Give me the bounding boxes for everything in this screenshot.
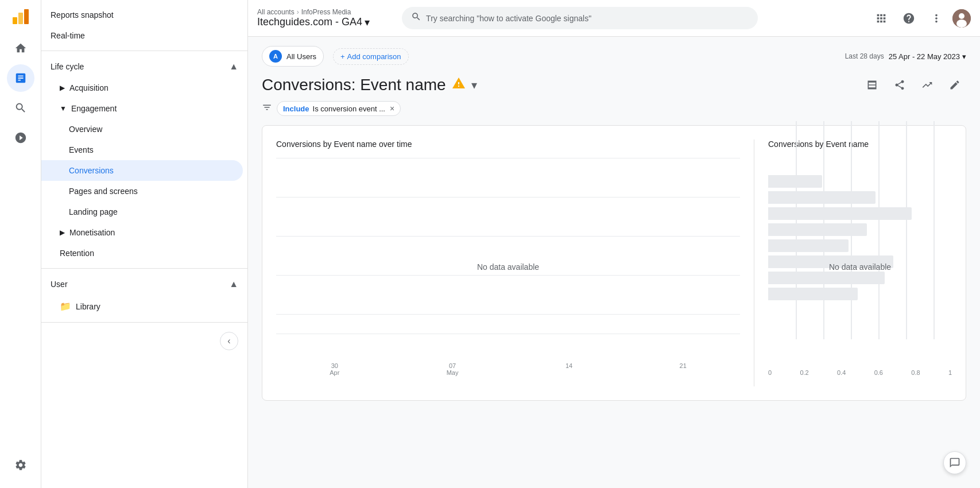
svg-rect-1 bbox=[18, 13, 23, 24]
advertising-icon[interactable] bbox=[7, 124, 34, 152]
segment-all-users[interactable]: A All Users bbox=[262, 46, 324, 67]
svg-rect-0 bbox=[13, 17, 17, 24]
reports-snapshot-label: Reports snapshot bbox=[51, 10, 114, 20]
breadcrumb-all-accounts[interactable]: All accounts bbox=[257, 8, 295, 16]
svg-point-4 bbox=[959, 13, 964, 19]
user-section-header[interactable]: User ▲ bbox=[41, 273, 247, 295]
sidebar-sub-item-events[interactable]: Events bbox=[41, 140, 247, 160]
filter-icon bbox=[262, 102, 272, 115]
conversions-label: Conversions bbox=[69, 166, 114, 175]
filter-include-text: Include bbox=[283, 104, 309, 113]
sidebar-item-reports-snapshot[interactable]: Reports snapshot bbox=[41, 5, 247, 25]
chart-right-no-data-text: No data available bbox=[829, 262, 891, 272]
trend-icon[interactable] bbox=[916, 73, 939, 96]
grid-line-2 bbox=[276, 197, 740, 197]
acquisition-label: Acquisition bbox=[69, 83, 109, 92]
report-title: Conversions: Event name ▾ bbox=[262, 76, 477, 94]
icon-rail bbox=[0, 0, 41, 488]
top-header: All accounts › InfoPress Media Itechguid… bbox=[248, 0, 980, 37]
grid-line-4 bbox=[276, 275, 740, 276]
charts-container: Conversions by Event name over time No d… bbox=[262, 125, 966, 401]
segment-avatar: A bbox=[269, 50, 282, 63]
chart-x-axis: 30 Apr 07 May 14 21 bbox=[276, 358, 740, 376]
filter-pill[interactable]: Include Is conversion event ... × bbox=[277, 101, 401, 116]
property-dropdown-icon: ▾ bbox=[365, 16, 370, 29]
x-label-14: 14 bbox=[565, 362, 572, 376]
sidebar-sub-item-pages-and-screens[interactable]: Pages and screens bbox=[41, 181, 247, 202]
search-placeholder-text: Try searching "how to activate Google si… bbox=[426, 14, 591, 23]
lifecycle-section-header[interactable]: Life cycle ▲ bbox=[41, 56, 247, 78]
date-range: Last 28 days 25 Apr - 22 May 2023 ▾ bbox=[845, 52, 966, 61]
user-section-label: User bbox=[51, 280, 68, 289]
sidebar-sub-item-conversions[interactable]: Conversions bbox=[41, 160, 243, 181]
table-view-icon[interactable] bbox=[861, 73, 884, 96]
expand-icon-engagement: ▼ bbox=[60, 104, 67, 113]
landing-page-label: Landing page bbox=[69, 207, 118, 216]
sidebar-sub-item-overview[interactable]: Overview bbox=[41, 119, 247, 140]
bar-x-0: 0 bbox=[768, 369, 772, 376]
breadcrumb-publisher[interactable]: InfoPress Media bbox=[301, 8, 351, 16]
home-icon[interactable] bbox=[7, 34, 34, 62]
property-name[interactable]: Itechguides.com - GA4 ▾ bbox=[257, 16, 370, 29]
sidebar-collapse-button[interactable]: ‹ bbox=[220, 332, 238, 350]
breadcrumb: All accounts › InfoPress Media bbox=[257, 8, 370, 16]
grid-line-5 bbox=[276, 314, 740, 315]
report-title-text: Conversions: Event name bbox=[262, 76, 446, 94]
bar-chart-area bbox=[768, 158, 952, 342]
sidebar-item-retention[interactable]: Retention bbox=[41, 243, 247, 264]
reports-icon[interactable] bbox=[7, 64, 34, 92]
chart-right: Conversions by Event name bbox=[768, 140, 952, 386]
property-name-text: Itechguides.com - GA4 bbox=[257, 16, 362, 28]
sidebar-item-engagement[interactable]: ▼ Engagement bbox=[41, 98, 247, 119]
avatar[interactable] bbox=[952, 9, 971, 28]
main-area: All accounts › InfoPress Media Itechguid… bbox=[248, 0, 980, 488]
bar-x-0.2: 0.2 bbox=[800, 369, 808, 376]
grid-line-3 bbox=[276, 236, 740, 237]
filter-close-icon[interactable]: × bbox=[390, 104, 394, 113]
chart-left: Conversions by Event name over time No d… bbox=[276, 140, 754, 386]
toolbar-row: A All Users + Add comparison Last 28 day… bbox=[262, 46, 966, 67]
sidebar-sub-item-landing-page[interactable]: Landing page bbox=[41, 202, 247, 222]
x-label-30-apr: 30 Apr bbox=[330, 362, 339, 376]
chart-grid-lines bbox=[276, 158, 740, 353]
monetisation-label: Monetisation bbox=[69, 228, 115, 237]
x-label-07-may: 07 May bbox=[447, 362, 459, 376]
bar-8 bbox=[768, 288, 858, 300]
sidebar-divider-2 bbox=[41, 268, 247, 269]
segment-label: All Users bbox=[286, 52, 316, 61]
search-bar[interactable]: Try searching "how to activate Google si… bbox=[402, 7, 758, 29]
add-comparison-plus-icon: + bbox=[340, 52, 345, 61]
realtime-label: Real-time bbox=[51, 31, 85, 40]
sidebar-item-realtime[interactable]: Real-time bbox=[41, 25, 247, 46]
edit-icon[interactable] bbox=[943, 73, 966, 96]
title-actions bbox=[861, 73, 966, 96]
expand-icon-monetisation: ▶ bbox=[60, 228, 65, 237]
explore-icon[interactable] bbox=[7, 94, 34, 122]
sidebar-item-library[interactable]: 📁 Library bbox=[41, 295, 247, 317]
chart-left-title: Conversions by Event name over time bbox=[276, 140, 740, 149]
title-dropdown-icon[interactable]: ▾ bbox=[471, 78, 477, 92]
pages-and-screens-label: Pages and screens bbox=[69, 187, 138, 196]
report-title-area: Conversions: Event name ▾ bbox=[262, 73, 966, 116]
bar-1 bbox=[768, 175, 822, 188]
bar-x-0.6: 0.6 bbox=[874, 369, 883, 376]
more-vert-icon[interactable] bbox=[925, 7, 948, 30]
bar-4 bbox=[768, 223, 867, 236]
retention-label: Retention bbox=[60, 249, 94, 258]
add-comparison-button[interactable]: + Add comparison bbox=[333, 48, 409, 65]
feedback-button[interactable] bbox=[943, 451, 966, 474]
settings-icon[interactable] bbox=[7, 451, 34, 479]
date-range-picker[interactable]: 25 Apr - 22 May 2023 ▾ bbox=[889, 52, 966, 61]
date-range-label: Last 28 days bbox=[845, 52, 884, 60]
help-icon[interactable] bbox=[897, 7, 920, 30]
sidebar: Reports snapshot Real-time Life cycle ▲ … bbox=[41, 0, 248, 488]
sidebar-item-monetisation[interactable]: ▶ Monetisation bbox=[41, 222, 247, 243]
grid-icon[interactable] bbox=[870, 7, 893, 30]
library-label: Library bbox=[76, 302, 100, 311]
sidebar-item-acquisition[interactable]: ▶ Acquisition bbox=[41, 78, 247, 98]
library-icon: 📁 bbox=[60, 301, 71, 312]
share-icon[interactable] bbox=[888, 73, 911, 96]
engagement-label: Engagement bbox=[71, 104, 117, 113]
overview-label: Overview bbox=[69, 125, 102, 134]
bar-x-0.8: 0.8 bbox=[911, 369, 920, 376]
